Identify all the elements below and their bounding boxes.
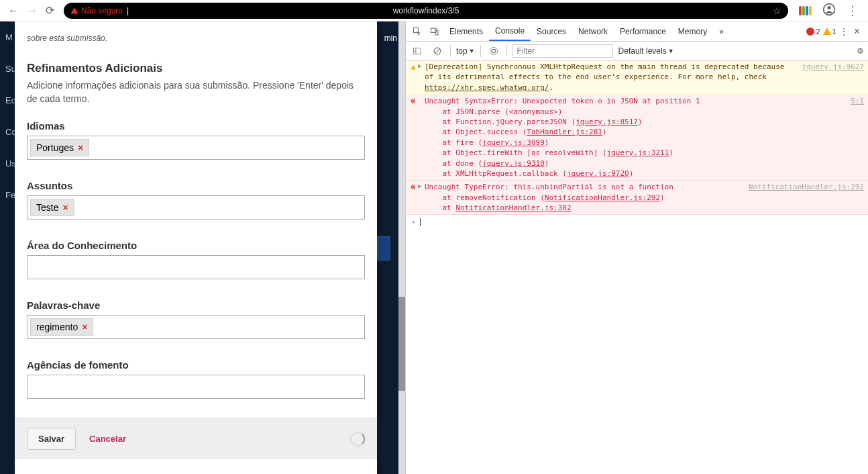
tab-sources[interactable]: Sources bbox=[531, 21, 572, 41]
admin-label: min bbox=[384, 34, 397, 43]
console-settings-icon[interactable]: ⚙ bbox=[857, 46, 864, 56]
field-label-palavras: Palavras-chave bbox=[27, 299, 365, 311]
tag: regimento× bbox=[30, 318, 93, 336]
area-input[interactable] bbox=[27, 255, 365, 279]
devtools-tabs: Elements Console Sources Network Perform… bbox=[406, 21, 868, 42]
svg-point-10 bbox=[490, 47, 497, 54]
tag-remove-icon[interactable]: × bbox=[78, 142, 83, 153]
user-icon[interactable] bbox=[822, 3, 836, 18]
chrome-right: ⋮ bbox=[794, 3, 864, 18]
console-sidebar-toggle-icon[interactable] bbox=[410, 45, 425, 57]
modal-top-note: sobre esta submissão. bbox=[27, 34, 365, 43]
idiomas-text-input[interactable] bbox=[92, 142, 362, 153]
field-label-area: Área do Conhecimento bbox=[27, 240, 365, 251]
console-entry[interactable]: ▲▶[Deprecation] Synchronous XMLHttpReque… bbox=[406, 60, 868, 95]
field-label-assuntos: Assuntos bbox=[27, 180, 365, 191]
assuntos-input[interactable]: Teste× bbox=[27, 195, 365, 220]
page-content: min M Su Ed Co Us Fe 🔍 Buscar Enviar Arq… bbox=[0, 21, 405, 474]
tag: Portuges× bbox=[30, 139, 89, 156]
devtools-close-icon[interactable]: × bbox=[851, 26, 863, 38]
devtools-menu-icon[interactable]: ⋮ bbox=[839, 26, 849, 37]
insecure-label: Não seguro bbox=[81, 6, 123, 15]
tab-memory[interactable]: Memory bbox=[672, 21, 713, 41]
back-button[interactable]: ← bbox=[8, 5, 19, 17]
svg-line-8 bbox=[435, 48, 440, 53]
svg-point-9 bbox=[492, 49, 496, 53]
log-levels-selector[interactable]: Default levels ▼ bbox=[618, 46, 674, 56]
section-title: Refinamentos Adicionais bbox=[27, 62, 365, 75]
agencias-text-input[interactable] bbox=[30, 381, 362, 392]
tag: Teste× bbox=[30, 199, 74, 216]
console-entry[interactable]: ⊗▶Uncaught TypeError: this.unbindPartial… bbox=[406, 181, 868, 215]
console-input[interactable] bbox=[420, 218, 863, 226]
warning-icon bbox=[70, 7, 78, 15]
clear-console-icon[interactable] bbox=[430, 45, 445, 57]
save-button[interactable]: Salvar bbox=[27, 428, 76, 450]
console-toolbar: top ▼ Default levels ▼ ⚙ bbox=[406, 42, 868, 60]
insecure-badge[interactable]: Não seguro | bbox=[70, 6, 129, 15]
warn-count-badge[interactable]: 1 bbox=[823, 28, 836, 36]
field-label-idiomas: Idiomas bbox=[27, 120, 365, 132]
browser-chrome: ← → ⟳ Não seguro | workflow/index/3/5 ☆ … bbox=[0, 0, 868, 21]
console-prompt[interactable]: › bbox=[406, 215, 868, 229]
tag-remove-icon[interactable]: × bbox=[82, 322, 87, 332]
console-filter-input[interactable] bbox=[512, 44, 613, 58]
bg-blue-panel bbox=[377, 236, 390, 260]
svg-point-1 bbox=[828, 6, 831, 9]
cancel-button[interactable]: Cancelar bbox=[89, 434, 126, 444]
palavras-input[interactable]: regimento× bbox=[27, 315, 365, 339]
console-output[interactable]: ▲▶[Deprecation] Synchronous XMLHttpReque… bbox=[406, 60, 868, 474]
submission-modal: sobre esta submissão. Refinamentos Adici… bbox=[15, 21, 377, 474]
tab-performance[interactable]: Performance bbox=[614, 21, 672, 41]
live-expression-icon[interactable] bbox=[486, 45, 501, 57]
field-label-agencias: Agências de fomento bbox=[27, 359, 365, 371]
console-entry[interactable]: ⊗Uncaught SyntaxError: Unexpected token … bbox=[406, 95, 868, 181]
section-desc: Adicione informações adicionais para sua… bbox=[27, 79, 365, 105]
device-mode-icon[interactable] bbox=[426, 27, 443, 36]
idiomas-input[interactable]: Portuges× bbox=[27, 136, 365, 160]
tab-console[interactable]: Console bbox=[489, 21, 531, 41]
browser-menu-icon[interactable]: ⋮ bbox=[847, 3, 859, 18]
modal-footer: Salvar Cancelar bbox=[15, 418, 377, 459]
inspect-icon[interactable] bbox=[409, 27, 426, 36]
tab-network[interactable]: Network bbox=[572, 21, 614, 41]
extension-icon[interactable] bbox=[799, 6, 812, 15]
spinner bbox=[350, 432, 365, 446]
tag-remove-icon[interactable]: × bbox=[62, 202, 68, 213]
page-scrollbar[interactable] bbox=[398, 21, 405, 474]
area-text-input[interactable] bbox=[30, 262, 362, 273]
palavras-text-input[interactable] bbox=[96, 322, 362, 332]
url-bar[interactable]: Não seguro | workflow/index/3/5 ☆ bbox=[64, 3, 788, 19]
error-count-badge[interactable]: 2 bbox=[806, 28, 820, 36]
reload-button[interactable]: ⟳ bbox=[46, 4, 54, 17]
tabs-overflow-icon[interactable]: » bbox=[713, 21, 730, 41]
devtools: Elements Console Sources Network Perform… bbox=[405, 21, 868, 474]
agencias-input[interactable] bbox=[27, 375, 365, 399]
tab-elements[interactable]: Elements bbox=[443, 21, 489, 41]
nav-buttons: ← → ⟳ bbox=[4, 4, 58, 17]
context-selector[interactable]: top ▼ bbox=[456, 46, 475, 56]
forward-button[interactable]: → bbox=[27, 5, 38, 17]
assuntos-text-input[interactable] bbox=[77, 202, 362, 213]
url-text: workflow/index/3/5 bbox=[393, 6, 459, 15]
bookmark-icon[interactable]: ☆ bbox=[773, 5, 781, 16]
